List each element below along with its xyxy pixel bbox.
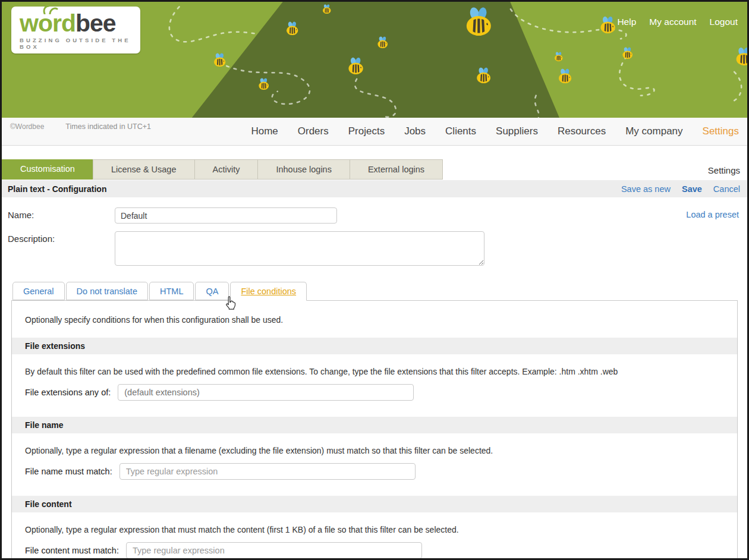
bee-icon xyxy=(347,57,366,74)
main-navbar: ©Wordbee Times indicated in UTC+1 Home O… xyxy=(2,118,747,146)
nav-item-suppliers[interactable]: Suppliers xyxy=(496,125,538,137)
tab-customisation[interactable]: Customisation xyxy=(2,159,93,180)
panel-intro-text: Optionally specify conditions for when t… xyxy=(12,301,737,338)
account-links: Help My account Logout xyxy=(617,17,738,27)
subtab-general[interactable]: General xyxy=(12,282,65,300)
file-name-row: File name must match: xyxy=(12,462,737,496)
file-content-label: File content must match: xyxy=(25,546,119,555)
nav-item-projects[interactable]: Projects xyxy=(348,125,385,137)
config-actions: Save as new Save Cancel xyxy=(621,184,747,194)
tab-external-logins[interactable]: External logins xyxy=(350,159,443,180)
navbar-meta: ©Wordbee Times indicated in UTC+1 xyxy=(10,122,151,131)
description-row: Description: xyxy=(8,231,740,266)
config-header-bar: Plain text - Configuration Save as new S… xyxy=(2,180,747,197)
bee-icon xyxy=(553,52,564,61)
file-content-row: File content must match: xyxy=(12,541,737,560)
section-desc-file-name: Optionally, type a regular expression th… xyxy=(12,433,737,462)
file-name-input[interactable] xyxy=(119,463,416,480)
nav-item-clients[interactable]: Clients xyxy=(445,125,476,137)
nav-item-jobs[interactable]: Jobs xyxy=(404,125,426,137)
tab-inhouse-logins[interactable]: Inhouse logins xyxy=(257,159,350,180)
name-label: Name: xyxy=(8,207,115,224)
bee-icon xyxy=(475,67,493,83)
file-name-label: File name must match: xyxy=(25,467,112,476)
section-desc-file-content: Optionally, type a regular expression th… xyxy=(12,512,737,541)
nav-item-settings[interactable]: Settings xyxy=(703,125,739,137)
load-preset-link[interactable]: Load a preset xyxy=(686,210,739,219)
name-input[interactable] xyxy=(115,207,337,224)
save-button[interactable]: Save xyxy=(682,184,702,194)
nav-item-resources[interactable]: Resources xyxy=(558,125,606,137)
my-account-link[interactable]: My account xyxy=(649,17,696,27)
tab-license-usage[interactable]: License & Usage xyxy=(93,159,195,180)
nav-item-orders[interactable]: Orders xyxy=(298,125,329,137)
subtab-do-not-translate[interactable]: Do not translate xyxy=(66,282,148,300)
wordbee-logo: wordbee BUZZING OUTSIDE THE BOX xyxy=(11,7,140,54)
timezone-note: Times indicated in UTC+1 xyxy=(65,122,151,131)
section-header-file-content: File content xyxy=(12,496,737,512)
nav-links: Home Orders Projects Jobs Clients Suppli… xyxy=(251,125,739,137)
bee-icon xyxy=(734,47,747,65)
logo-bee: bee xyxy=(75,10,116,37)
description-textarea[interactable] xyxy=(115,231,484,266)
section-header-file-name: File name xyxy=(12,417,737,433)
bee-icon xyxy=(621,47,634,59)
bee-icon xyxy=(285,21,300,35)
logo-tagline: BUZZING OUTSIDE THE BOX xyxy=(20,37,140,50)
name-row: Name: Load a preset xyxy=(8,207,740,224)
bee-icon xyxy=(376,36,389,48)
subtab-html[interactable]: HTML xyxy=(149,282,194,300)
config-form: Name: Load a preset Description: xyxy=(2,197,747,266)
save-as-new-button[interactable]: Save as new xyxy=(621,184,671,194)
copyright-text: ©Wordbee xyxy=(10,122,44,131)
bee-icon xyxy=(212,53,228,67)
tab-activity[interactable]: Activity xyxy=(194,159,259,180)
logout-link[interactable]: Logout xyxy=(710,17,738,27)
file-extensions-row: File extensions any of: xyxy=(12,383,737,417)
bee-icon xyxy=(557,68,574,83)
bee-icon xyxy=(322,4,332,14)
page-title: Plain text - Configuration xyxy=(2,184,106,194)
file-extensions-label: File extensions any of: xyxy=(25,388,111,397)
nav-item-home[interactable]: Home xyxy=(251,125,278,137)
section-header-file-extensions: File extensions xyxy=(12,338,737,354)
app-window: wordbee BUZZING OUTSIDE THE BOX Help My … xyxy=(0,0,749,560)
settings-tab-bar: Customisation License & Usage Activity I… xyxy=(2,159,747,180)
description-label: Description: xyxy=(8,231,115,266)
subtab-file-conditions[interactable]: File conditions xyxy=(230,282,307,301)
file-extensions-input[interactable] xyxy=(118,384,414,401)
bee-icon xyxy=(599,16,618,33)
bee-icon xyxy=(463,7,495,36)
help-link[interactable]: Help xyxy=(617,17,636,27)
nav-item-my-company[interactable]: My company xyxy=(625,125,682,137)
logo-antennae-icon xyxy=(42,5,58,14)
header-banner: wordbee BUZZING OUTSIDE THE BOX Help My … xyxy=(2,2,747,118)
settings-breadcrumb-label: Settings xyxy=(708,162,747,180)
file-conditions-panel: Optionally specify conditions for when t… xyxy=(11,300,738,560)
cancel-button[interactable]: Cancel xyxy=(713,184,740,194)
bee-icon xyxy=(257,78,270,90)
filter-subtab-bar: General Do not translate HTML QA File co… xyxy=(2,282,747,300)
section-desc-file-extensions: By default this filter can be used with … xyxy=(12,354,737,383)
file-content-input[interactable] xyxy=(126,542,422,559)
mouse-cursor-icon xyxy=(224,295,237,311)
logo-text: wordbee xyxy=(20,10,140,36)
